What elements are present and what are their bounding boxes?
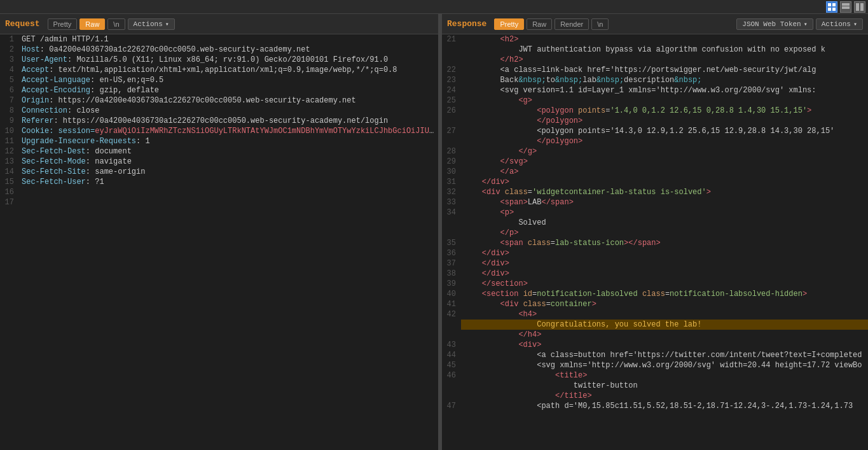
line-content — [19, 197, 438, 207]
line-content: Upgrade-Insecure-Requests: 1 — [19, 136, 438, 146]
header-value: : ?1 — [86, 178, 104, 186]
request-header: Request Pretty Raw \n Actions — [0, 14, 438, 34]
line-number: 39 — [442, 279, 461, 289]
line-content: </title> — [461, 391, 868, 401]
line-content: <polygon points='14.3,0 12.9,1.2 25.6,15… — [461, 126, 868, 136]
line-number — [442, 330, 461, 340]
table-row: 24 <svg version=1.1 id=Layer_1 xmlns='ht… — [442, 85, 868, 95]
line-number: 43 — [442, 340, 461, 350]
grid-view-icon[interactable] — [826, 1, 837, 13]
header-name: Sec-Fetch-Mode — [22, 157, 86, 166]
split-view-icon[interactable] — [840, 1, 851, 13]
request-tab-raw[interactable]: Raw — [79, 18, 105, 30]
table-row: 10Cookie: session=eyJraWQiOiIzMWRhZTczNS… — [0, 126, 438, 136]
line-content: <g> — [461, 95, 868, 106]
line-number: 40 — [442, 289, 461, 299]
header-value: : text/html,application/xhtml+xml,applic… — [49, 66, 397, 74]
line-content: Back&nbsp;to&nbsp;lab&nbsp;description&n… — [461, 75, 868, 85]
table-row: </title> — [442, 391, 868, 401]
response-tab-render[interactable]: Render — [555, 18, 589, 30]
line-number: 17 — [0, 197, 19, 207]
line-number: 6 — [0, 85, 19, 95]
line-number: 31 — [442, 177, 461, 187]
header-name: Accept-Language — [22, 76, 90, 85]
line-number — [442, 45, 461, 55]
table-row: 40 <section id=notification-labsolved cl… — [442, 289, 868, 299]
header-value: : en-US,en;q=0.5 — [90, 76, 163, 85]
line-number — [442, 136, 461, 146]
response-header: Response Pretty Raw Render \n JSON Web T… — [442, 14, 868, 34]
line-number: 13 — [0, 157, 19, 167]
line-content: User-Agent: Mozilla/5.0 (X11; Linux x86_… — [19, 55, 438, 65]
line-number: 34 — [442, 207, 461, 218]
line-number: 33 — [442, 197, 461, 207]
line-content: <svg version=1.1 id=Layer_1 xmlns='http:… — [461, 85, 868, 95]
table-row: 25 <g> — [442, 95, 868, 106]
header-name: Host — [22, 45, 40, 54]
line-content: Connection: close — [19, 106, 438, 116]
line-number: 21 — [442, 34, 461, 45]
table-row: 32 <div class='widgetcontainer-lab-statu… — [442, 187, 868, 197]
response-panel: Response Pretty Raw Render \n JSON Web T… — [442, 14, 868, 450]
header-value: : document — [86, 147, 132, 156]
response-code-area[interactable]: 21 <h2> JWT authentication bypass via al… — [442, 34, 868, 450]
line-number — [442, 218, 461, 228]
line-number: 27 — [442, 126, 461, 136]
table-row: 14Sec-Fetch-Site: same-origin — [0, 167, 438, 177]
line-content: </div> — [461, 248, 868, 258]
line-content: <title> — [461, 370, 868, 381]
line-content: <path d='M0,15.85c11.51,5.52,18.51-2,18.… — [461, 401, 868, 411]
svg-rect-0 — [828, 3, 831, 6]
table-row: 44 <a class=button href='https://twitter… — [442, 350, 868, 360]
line-number: 7 — [0, 95, 19, 106]
request-panel: Request Pretty Raw \n Actions 1GET /admi… — [0, 14, 439, 450]
response-actions-button[interactable]: Actions — [816, 18, 863, 30]
table-row: 3User-Agent: Mozilla/5.0 (X11; Linux x86… — [0, 55, 438, 65]
table-row: </polygon> — [442, 116, 868, 126]
request-tab-ln[interactable]: \n — [107, 18, 125, 30]
header-value: : navigate — [86, 157, 132, 166]
line-content: </a> — [461, 167, 868, 177]
line-content: </div> — [461, 258, 868, 269]
request-tab-pretty[interactable]: Pretty — [48, 18, 78, 30]
table-row: 39 </section> — [442, 279, 868, 289]
column-view-icon[interactable] — [854, 1, 865, 13]
line-number: 32 — [442, 187, 461, 197]
table-row: 28 </g> — [442, 146, 868, 157]
table-row: </polygon> — [442, 136, 868, 146]
header-value: : https://0a4200e4036730a1c226270c00cc00… — [49, 96, 355, 105]
line-content: twitter-button — [461, 381, 868, 391]
table-row: 2Host: 0a4200e4036730a1c226270c00cc0050.… — [0, 45, 438, 55]
line-content: </div> — [461, 177, 868, 187]
header-name: Sec-Fetch-User — [22, 178, 86, 186]
line-content: </polygon> — [461, 116, 868, 126]
response-tab-raw[interactable]: Raw — [527, 18, 552, 30]
response-tab-ln[interactable]: \n — [591, 18, 609, 30]
line-content: <a class=link-back href='https://portswi… — [461, 65, 868, 75]
table-row: 27 <polygon points='14.3,0 12.9,1.2 25.6… — [442, 126, 868, 136]
line-number: 37 — [442, 258, 461, 269]
request-code-area[interactable]: 1GET /admin HTTP/1.12Host: 0a4200e403673… — [0, 34, 438, 450]
header-name: Upgrade-Insecure-Requests — [22, 137, 136, 146]
request-actions-button[interactable]: Actions — [128, 18, 175, 30]
table-row: 21 <h2> — [442, 34, 868, 45]
table-row: 35 <span class=lab-status-icon></span> — [442, 238, 868, 248]
line-content: Congratulations, you solved the lab! — [461, 320, 868, 330]
line-content: </p> — [461, 228, 868, 238]
table-row: 37 </div> — [442, 258, 868, 269]
table-row: 26 <polygon points='1.4,0 0,1.2 12.6,15 … — [442, 106, 868, 116]
response-tab-pretty[interactable]: Pretty — [494, 18, 524, 30]
line-number: 8 — [0, 106, 19, 116]
line-number: 24 — [442, 85, 461, 95]
line-content: Sec-Fetch-User: ?1 — [19, 177, 438, 187]
header-value: : https://0a4200e4036730a1c226270c00cc00… — [53, 116, 388, 125]
line-number: 4 — [0, 65, 19, 75]
panels: Request Pretty Raw \n Actions 1GET /admi… — [0, 14, 868, 450]
line-number: 35 — [442, 238, 461, 248]
svg-rect-1 — [832, 3, 836, 6]
header-value: : 1 — [136, 137, 150, 146]
table-row: 7Origin: https://0a4200e4036730a1c226270… — [0, 95, 438, 106]
response-jwt-dropdown[interactable]: JSON Web Token — [736, 18, 813, 30]
table-row: 15Sec-Fetch-User: ?1 — [0, 177, 438, 187]
line-number: 11 — [0, 136, 19, 146]
